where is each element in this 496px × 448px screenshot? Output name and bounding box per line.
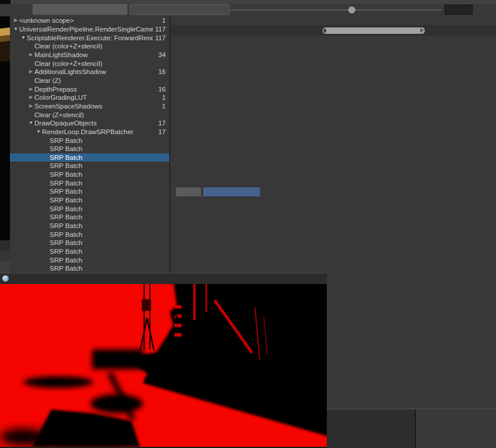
event-row-label: SRP Batch bbox=[50, 197, 163, 204]
tab-preview[interactable] bbox=[175, 187, 202, 197]
event-row[interactable]: SRP Batch bbox=[10, 187, 169, 196]
event-tree: ▶ <unknown scope> 1 ▼ UniversalRenderPip… bbox=[10, 16, 169, 273]
event-row-count: 34 bbox=[156, 51, 169, 58]
event-row-label: ScreenSpaceShadows bbox=[34, 103, 160, 110]
event-row[interactable]: Clear (Z+stencil) bbox=[10, 110, 169, 119]
event-row[interactable]: ▶ DepthPrepass 16 bbox=[10, 85, 169, 93]
event-row[interactable]: SRP Batch bbox=[10, 162, 169, 170]
event-row[interactable]: SRP Batch bbox=[10, 145, 169, 153]
disclosure-arrow-icon[interactable]: ▶ bbox=[27, 69, 34, 74]
event-row-label: Clear (color+Z+stencil) bbox=[34, 60, 163, 67]
disclosure-arrow-icon[interactable]: ▶ bbox=[27, 95, 34, 100]
event-row[interactable]: ▶ ScreenSpaceShadows 1 bbox=[10, 102, 169, 111]
event-row-count: 16 bbox=[156, 86, 169, 93]
event-row[interactable]: SRP Batch bbox=[10, 230, 169, 239]
event-row-label: SRP Batch bbox=[50, 205, 163, 212]
scene-object bbox=[0, 27, 10, 62]
event-row[interactable]: Clear (Z) bbox=[10, 76, 169, 85]
disclosure-arrow-icon[interactable]: ▼ bbox=[27, 121, 34, 125]
event-row[interactable]: Clear (color+Z+stencil) bbox=[10, 42, 169, 51]
event-row-count: 17 bbox=[156, 128, 169, 135]
event-row-label: SRP Batch bbox=[50, 248, 163, 255]
event-row-label: SRP Batch bbox=[50, 171, 163, 178]
event-row-count: 117 bbox=[153, 34, 169, 41]
event-row[interactable]: ▶ ColorGradingLUT 1 bbox=[10, 93, 169, 102]
event-row-label: <unknown scope> bbox=[19, 17, 160, 24]
event-row[interactable]: SRP Batch bbox=[10, 170, 169, 179]
background-gap bbox=[0, 0, 11, 4]
background-panel bbox=[416, 410, 496, 448]
disable-button[interactable] bbox=[33, 4, 127, 15]
tab-shader-properties[interactable] bbox=[202, 187, 261, 197]
disclosure-arrow-icon[interactable]: ▼ bbox=[12, 27, 19, 32]
event-row[interactable]: SRP Batch bbox=[10, 247, 169, 256]
frame-debugger-window: ▶ <unknown scope> 1 ▼ UniversalRenderPip… bbox=[0, 0, 496, 448]
levels-range-slider[interactable] bbox=[323, 27, 425, 34]
event-row-label: SRP Batch bbox=[50, 239, 163, 246]
event-row-label: DrawOpaqueObjects bbox=[34, 120, 156, 127]
event-row[interactable]: Clear (color+Z+stencil) bbox=[10, 59, 169, 68]
disclosure-arrow-icon[interactable]: ▶ bbox=[12, 18, 19, 23]
disclosure-arrow-icon[interactable]: ▼ bbox=[35, 130, 42, 134]
event-row-label: UniversalRenderPipeline.RenderSingleCame… bbox=[19, 26, 153, 33]
event-row-label: RenderLoop.DrawSRPBatcher bbox=[42, 128, 156, 135]
event-row[interactable]: ▼ RenderLoop.DrawSRPBatcher 17 bbox=[10, 128, 169, 136]
event-row-label: DepthPrepass bbox=[34, 86, 156, 93]
event-slider-track[interactable] bbox=[230, 9, 442, 10]
event-row-count: 1 bbox=[160, 103, 169, 110]
event-row[interactable]: SRP Batch bbox=[10, 153, 169, 162]
event-row[interactable]: SRP Batch bbox=[10, 136, 169, 145]
event-row-count: 117 bbox=[153, 26, 169, 33]
event-row-label: SRP Batch bbox=[50, 257, 163, 264]
event-row[interactable]: SRP Batch bbox=[10, 239, 169, 247]
disclosure-arrow-icon[interactable]: ▶ bbox=[27, 104, 34, 108]
disclosure-arrow-icon[interactable]: ▶ bbox=[27, 87, 34, 92]
event-row-count: 1 bbox=[160, 17, 169, 24]
event-row[interactable]: SRP Batch bbox=[10, 264, 169, 273]
preview-header bbox=[0, 273, 327, 284]
event-row[interactable]: SRP Batch bbox=[10, 213, 169, 222]
event-row[interactable]: SRP Batch bbox=[10, 222, 169, 230]
event-row-label: ColorGradingLUT bbox=[34, 94, 160, 101]
event-row-label: SRP Batch bbox=[50, 180, 163, 187]
target-selector-dropdown[interactable] bbox=[130, 4, 230, 15]
event-row-label: SRP Batch bbox=[50, 214, 163, 220]
event-number-field[interactable] bbox=[445, 5, 473, 15]
event-row-label: Clear (Z+stencil) bbox=[34, 111, 163, 118]
event-row[interactable]: ▼ DrawOpaqueObjects 17 bbox=[10, 119, 169, 128]
event-row-label: SRP Batch bbox=[50, 137, 163, 144]
render-target-row bbox=[170, 16, 496, 26]
event-row-label: AdditionalLightsShadow bbox=[34, 68, 156, 75]
event-slider-knob[interactable] bbox=[348, 6, 355, 13]
event-row-label: MainLightShadow bbox=[34, 51, 156, 58]
event-row[interactable]: ▼ ScriptableRenderer.Execute: ForwardRen… bbox=[10, 33, 169, 42]
event-row-label: SRP Batch bbox=[50, 231, 163, 238]
scene-background-strip bbox=[0, 16, 10, 240]
event-row-label: SRP Batch bbox=[50, 188, 163, 195]
window-top-edge bbox=[0, 0, 496, 4]
shadowmap-render bbox=[0, 284, 327, 447]
event-row[interactable]: SRP Batch bbox=[10, 204, 169, 213]
event-row-count: 16 bbox=[156, 68, 169, 75]
event-row-label: Clear (color+Z+stencil) bbox=[34, 43, 163, 50]
event-row[interactable]: SRP Batch bbox=[10, 256, 169, 264]
event-row-label: Clear (Z) bbox=[34, 77, 163, 84]
event-row[interactable]: ▶ <unknown scope> 1 bbox=[10, 16, 169, 25]
event-row[interactable]: ▼ UniversalRenderPipeline.RenderSingleCa… bbox=[10, 25, 169, 34]
event-row-label: ScriptableRenderer.Execute: ForwardRende bbox=[27, 34, 153, 41]
event-row[interactable]: ▶ MainLightShadow 34 bbox=[10, 51, 169, 60]
disclosure-arrow-icon[interactable]: ▶ bbox=[27, 52, 34, 57]
event-row[interactable]: SRP Batch bbox=[10, 178, 169, 187]
event-row[interactable]: SRP Batch bbox=[10, 196, 169, 205]
event-row-label: SRP Batch bbox=[50, 162, 163, 169]
event-row-count: 1 bbox=[160, 94, 169, 101]
event-row-label: SRP Batch bbox=[50, 222, 163, 229]
shadowmap-preview-image[interactable] bbox=[0, 284, 327, 447]
event-row[interactable]: ▶ AdditionalLightsShadow 16 bbox=[10, 68, 169, 76]
event-row-label: SRP Batch bbox=[50, 154, 163, 161]
event-row-count: 17 bbox=[156, 120, 169, 127]
event-row-label: SRP Batch bbox=[50, 265, 163, 272]
event-row-label: SRP Batch bbox=[50, 145, 163, 152]
render-texture-sphere-icon bbox=[2, 275, 9, 282]
disclosure-arrow-icon[interactable]: ▼ bbox=[20, 36, 27, 40]
